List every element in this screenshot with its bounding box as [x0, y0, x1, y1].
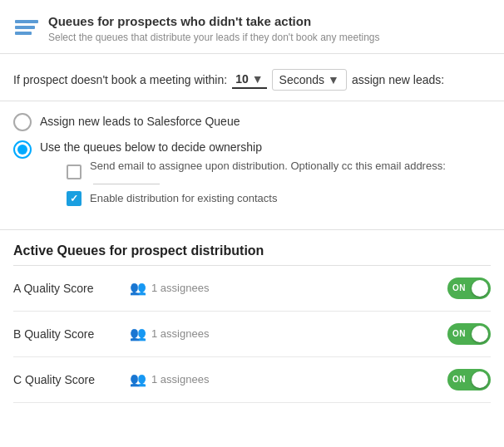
header-section: Queues for prospects who didn't take act… [0, 0, 504, 54]
booking-prefix-label: If prospect doesn't book a meeting withi… [13, 73, 227, 86]
radio-queues-button[interactable] [13, 140, 32, 159]
radio-salesforce[interactable]: Assign new leads to Salesforce Queue [13, 113, 491, 131]
header-subtitle: Select the queues that distribute your l… [48, 32, 380, 43]
radio-queues-label: Use the queues below to decide ownership [40, 140, 262, 154]
sub-options: Send email to assignee upon distribution… [67, 160, 491, 206]
radio-queues[interactable]: Use the queues below to decide ownership… [13, 140, 491, 213]
booking-unit-dropdown[interactable]: Seconds ▼ [272, 69, 347, 91]
toggle-c[interactable]: ON [447, 369, 491, 391]
checkbox-existing-label: Enable distribution for existing contact… [90, 192, 491, 204]
email-cc-input[interactable] [93, 173, 160, 184]
booking-suffix-label: assign new leads: [352, 73, 444, 86]
checkbox-email-label: Send email to assignee upon distribution… [90, 160, 491, 184]
queue-name-c: C Quality Score [13, 373, 130, 386]
assignees-icon-b: 👥 [130, 326, 146, 341]
queue-assignees-a: 👥 1 assignees [130, 280, 447, 296]
queues-icon [13, 15, 40, 42]
booking-number-arrow: ▼ [252, 72, 264, 86]
radio-salesforce-button[interactable] [13, 113, 32, 131]
queue-assignees-c: 👥 1 assignees [130, 371, 447, 387]
svg-rect-2 [15, 32, 32, 35]
booking-unit-arrow: ▼ [328, 73, 339, 86]
assignees-icon-c: 👥 [130, 371, 146, 387]
assignees-icon-a: 👥 [130, 280, 146, 296]
toggle-label-a: ON [452, 283, 466, 292]
svg-rect-0 [15, 20, 38, 23]
booking-number-dropdown[interactable]: 10 ▼ [232, 71, 266, 89]
table-row: A Quality Score 👥 1 assignees ON [13, 266, 491, 312]
radio-queues-inner [17, 145, 27, 155]
toggle-knob-c [472, 371, 488, 388]
assignees-count-a: 1 assignees [151, 282, 209, 294]
toggle-knob-b [472, 326, 488, 342]
options-section: Assign new leads to Salesforce Queue Use… [0, 101, 504, 230]
table-row: C Quality Score 👥 1 assignees ON [13, 357, 491, 403]
svg-rect-1 [15, 26, 35, 29]
table-row: B Quality Score 👥 1 assignees ON [13, 312, 491, 357]
queue-name-b: B Quality Score [13, 327, 130, 341]
queue-name-a: A Quality Score [13, 282, 130, 295]
radio-salesforce-label: Assign new leads to Salesforce Queue [40, 114, 240, 129]
toggle-container-c: ON [447, 369, 491, 391]
toggle-b[interactable]: ON [447, 323, 491, 345]
active-queues-title: Active Queues for prospect distribution [13, 243, 491, 258]
checkbox-existing-row: Enable distribution for existing contact… [67, 191, 491, 206]
checkbox-existing[interactable] [67, 191, 82, 206]
booking-number-value: 10 [235, 72, 249, 86]
toggle-a[interactable]: ON [447, 278, 491, 299]
toggle-container-a: ON [447, 278, 491, 299]
queue-assignees-b: 👥 1 assignees [130, 326, 447, 341]
toggle-knob-a [472, 280, 488, 297]
toggle-label-b: ON [452, 329, 466, 338]
active-queues-section: Active Queues for prospect distribution … [0, 230, 504, 410]
toggle-label-c: ON [452, 375, 466, 384]
toggle-container-b: ON [447, 323, 491, 345]
header-title: Queues for prospects who didn't take act… [48, 13, 380, 30]
checkbox-email[interactable] [67, 165, 82, 179]
assignees-count-b: 1 assignees [151, 327, 209, 340]
booking-section: If prospect doesn't book a meeting withi… [0, 54, 504, 101]
assignees-count-c: 1 assignees [151, 373, 209, 386]
checkbox-email-row: Send email to assignee upon distribution… [67, 160, 491, 184]
booking-unit-value: Seconds [279, 73, 324, 86]
header-text: Queues for prospects who didn't take act… [48, 13, 380, 43]
